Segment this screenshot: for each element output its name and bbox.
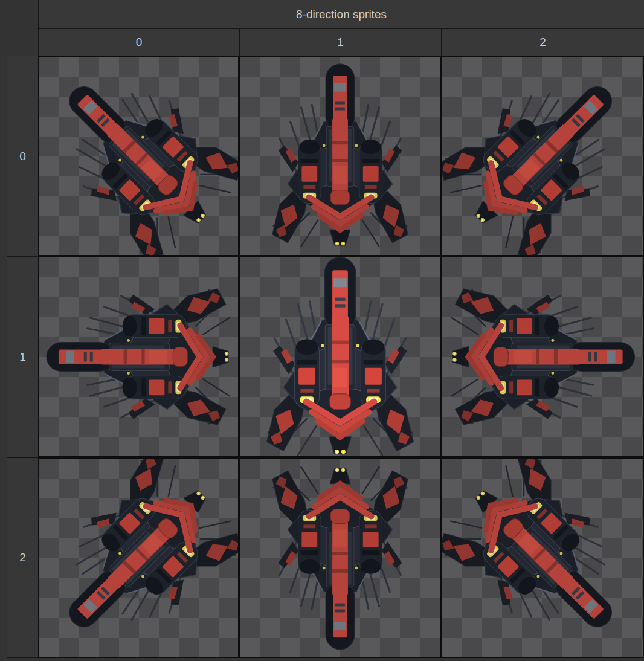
col-header-1: 1 <box>239 29 441 56</box>
ship-sprite-left <box>39 257 238 456</box>
corner-cell <box>7 0 38 56</box>
sprite-cell-1-0[interactable] <box>38 256 239 457</box>
ship-sprite-down <box>240 459 440 657</box>
sprite-cell-1-2[interactable] <box>441 256 644 457</box>
sprite-cell-0-1[interactable] <box>239 56 441 256</box>
ship-sprite-up <box>240 57 440 255</box>
ship-sprite-up-right <box>441 56 644 256</box>
page: 8-direction sprites 0 1 2 0 1 2 <box>0 0 644 661</box>
ship-sprite-up-left <box>38 56 239 256</box>
sprite-cell-2-1[interactable] <box>239 457 441 658</box>
ship-sprite-down-right <box>441 457 644 658</box>
sprite-cell-1-1[interactable] <box>239 256 441 457</box>
sprite-cell-0-0[interactable] <box>38 56 239 256</box>
col-header-2: 2 <box>441 29 644 56</box>
sprite-table: 8-direction sprites 0 1 2 0 1 2 <box>7 0 644 658</box>
row-header-2: 2 <box>7 457 38 658</box>
sprite-cell-2-0[interactable] <box>38 457 239 658</box>
col-header-0: 0 <box>38 29 239 56</box>
row-header-1: 1 <box>7 256 38 457</box>
ship-sprite-down-left <box>38 457 239 658</box>
table-title: 8-direction sprites <box>38 0 644 29</box>
ship-sprite-right <box>443 257 642 457</box>
ship-sprite-up <box>239 256 441 457</box>
row-header-0: 0 <box>7 56 38 256</box>
sprite-cell-2-2[interactable] <box>441 457 644 658</box>
sprite-cell-0-2[interactable] <box>441 56 644 256</box>
